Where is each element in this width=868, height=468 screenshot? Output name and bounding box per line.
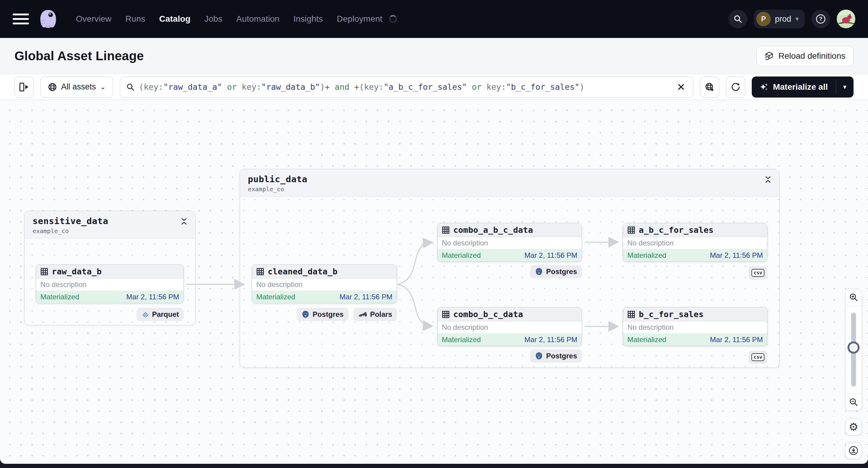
table-icon bbox=[627, 311, 635, 318]
asset-node-combo-a-b-c-data[interactable]: combo_a_b_c_data No description Material… bbox=[437, 223, 582, 262]
kind-badge-postgres[interactable]: Postgres bbox=[530, 349, 582, 363]
asset-status: Materialized bbox=[442, 251, 481, 259]
asset-badges-combo-a-b-c-data: Postgres bbox=[530, 265, 582, 278]
asset-timestamp-link[interactable]: Mar 2, 11:56 PM bbox=[710, 336, 763, 344]
materialize-all-split-button: Materialize all ▾ bbox=[752, 76, 854, 98]
dagster-logo-icon[interactable] bbox=[38, 9, 58, 29]
edge-cleaned-to-combo-abc bbox=[398, 243, 431, 284]
table-icon bbox=[40, 268, 48, 276]
query-segment: and bbox=[330, 82, 354, 92]
search-icon bbox=[733, 14, 742, 24]
postgres-icon bbox=[535, 352, 543, 360]
search-icon bbox=[126, 83, 135, 91]
asset-scope-dropdown[interactable]: All assets ⌄ bbox=[40, 76, 113, 98]
asset-description: No description bbox=[438, 321, 582, 333]
query-segment: "raw_data_b" bbox=[261, 82, 320, 92]
chevron-down-icon: ▾ bbox=[796, 15, 799, 23]
graph-settings-button[interactable]: ⚙ bbox=[845, 418, 862, 435]
nav-item-runs[interactable]: Runs bbox=[125, 14, 145, 24]
clear-search-button[interactable]: ✕ bbox=[675, 82, 687, 92]
globe-icon bbox=[48, 83, 57, 92]
nav-item-insights[interactable]: Insights bbox=[293, 14, 323, 24]
open-panel-button[interactable] bbox=[14, 76, 34, 98]
zoom-out-icon bbox=[849, 398, 858, 407]
kind-badge-csv[interactable]: csv bbox=[748, 266, 767, 279]
lineage-canvas[interactable]: sensitive_data example_co public_data ex… bbox=[0, 100, 868, 464]
materialize-all-label: Materialize all bbox=[773, 82, 828, 92]
deployment-switcher[interactable]: P prod ▾ bbox=[754, 10, 805, 28]
filter-scope-button[interactable] bbox=[700, 76, 719, 98]
query-segment: key: bbox=[487, 82, 506, 92]
asset-description: No description bbox=[623, 321, 767, 333]
refresh-icon bbox=[731, 82, 740, 92]
search-query[interactable]: (key:"raw_data_a" or key:"raw_data_b")+ … bbox=[139, 82, 671, 92]
zoom-out-button[interactable] bbox=[845, 394, 862, 410]
nav-item-automation[interactable]: Automation bbox=[237, 14, 280, 24]
asset-node-raw-data-b[interactable]: raw_data_b No description Materialized M… bbox=[36, 264, 184, 303]
menu-icon[interactable] bbox=[13, 13, 29, 25]
asset-timestamp-link[interactable]: Mar 2, 11:56 PM bbox=[126, 293, 179, 301]
asset-node-a-b-c-for-sales[interactable]: a_b_c_for_sales No description Materiali… bbox=[623, 223, 767, 262]
asset-name: combo_a_b_c_data bbox=[453, 225, 533, 235]
asset-status-bar: Materialized Mar 2, 11:56 PM bbox=[438, 249, 582, 261]
asset-timestamp-link[interactable]: Mar 2, 11:56 PM bbox=[710, 251, 763, 259]
kind-badge-polars[interactable]: Polars bbox=[353, 308, 397, 321]
gear-icon: ⚙ bbox=[849, 422, 858, 433]
query-segment: "a_b_c_for_sales" bbox=[384, 82, 467, 92]
canvas-controls: ⚙ bbox=[845, 288, 862, 459]
materialize-options-button[interactable]: ▾ bbox=[836, 76, 854, 98]
lineage-toolbar: All assets ⌄ (key:"raw_data_a" or key:"r… bbox=[0, 74, 868, 100]
asset-timestamp-link[interactable]: Mar 2, 11:56 PM bbox=[524, 251, 577, 259]
asset-status-bar: Materialized Mar 2, 11:56 PM bbox=[36, 291, 183, 303]
asset-node-cleaned-data-b[interactable]: cleaned_data_b No description Materializ… bbox=[252, 264, 397, 303]
help-icon: ? bbox=[815, 14, 826, 24]
asset-node-header: combo_a_b_c_data bbox=[438, 223, 582, 237]
zoom-slider-thumb[interactable] bbox=[847, 342, 860, 353]
table-icon bbox=[442, 311, 450, 318]
postgres-icon bbox=[302, 310, 310, 319]
query-segment: or bbox=[222, 82, 242, 92]
query-segment: "b_c_for_sales" bbox=[506, 82, 580, 92]
sparkles-icon bbox=[760, 83, 769, 92]
query-segment: key: bbox=[242, 82, 261, 92]
nav-item-catalog[interactable]: Catalog bbox=[159, 14, 190, 24]
user-avatar[interactable] bbox=[837, 10, 855, 28]
page-header: Global Asset Lineage Reload definitions bbox=[0, 38, 868, 74]
kind-badge-postgres[interactable]: Postgres bbox=[297, 308, 348, 321]
deployment-initial-badge: P bbox=[756, 12, 771, 26]
search-button[interactable] bbox=[728, 10, 747, 28]
asset-scope-label: All assets bbox=[61, 82, 96, 92]
zoom-slider[interactable] bbox=[845, 306, 862, 394]
kind-badge-label: Postgres bbox=[546, 352, 577, 360]
download-image-button[interactable] bbox=[845, 442, 862, 459]
help-button[interactable]: ? bbox=[811, 10, 830, 28]
kind-badge-parquet[interactable]: Parquet bbox=[136, 308, 184, 321]
asset-search-input[interactable]: (key:"raw_data_a" or key:"raw_data_b")+ … bbox=[120, 76, 693, 98]
kind-badge-csv[interactable]: csv bbox=[748, 350, 767, 364]
asset-name: combo_b_c_data bbox=[453, 310, 523, 319]
asset-name: b_c_for_sales bbox=[639, 310, 704, 319]
chevron-down-icon: ⌄ bbox=[100, 83, 106, 91]
nav-item-deployment[interactable]: Deployment bbox=[337, 14, 382, 24]
refresh-button[interactable] bbox=[726, 76, 745, 98]
csv-icon: csv bbox=[751, 269, 765, 277]
materialize-all-button[interactable]: Materialize all bbox=[752, 76, 835, 98]
zoom-in-button[interactable] bbox=[845, 289, 862, 306]
asset-badges-combo-b-c-data: Postgres bbox=[530, 349, 582, 363]
kind-badge-postgres[interactable]: Postgres bbox=[530, 265, 582, 278]
top-nav: Overview Runs Catalog Jobs Automation In… bbox=[0, 0, 868, 38]
asset-node-b-c-for-sales[interactable]: b_c_for_sales No description Materialize… bbox=[623, 307, 767, 346]
asset-name: a_b_c_for_sales bbox=[639, 225, 713, 235]
asset-node-header: b_c_for_sales bbox=[623, 308, 767, 321]
asset-timestamp-link[interactable]: Mar 2, 11:56 PM bbox=[339, 293, 393, 301]
asset-status-bar: Materialized Mar 2, 11:56 PM bbox=[252, 291, 397, 303]
nav-item-overview[interactable]: Overview bbox=[76, 14, 112, 24]
asset-node-combo-b-c-data[interactable]: combo_b_c_data No description Materializ… bbox=[437, 307, 582, 346]
asset-timestamp-link[interactable]: Mar 2, 11:56 PM bbox=[524, 336, 577, 344]
nav-item-jobs[interactable]: Jobs bbox=[205, 14, 223, 24]
asset-status: Materialized bbox=[40, 293, 79, 301]
asset-node-header: combo_b_c_data bbox=[438, 308, 582, 321]
asset-node-header: cleaned_data_b bbox=[252, 265, 397, 279]
query-segment: ) bbox=[580, 82, 584, 92]
reload-definitions-button[interactable]: Reload definitions bbox=[756, 46, 854, 66]
